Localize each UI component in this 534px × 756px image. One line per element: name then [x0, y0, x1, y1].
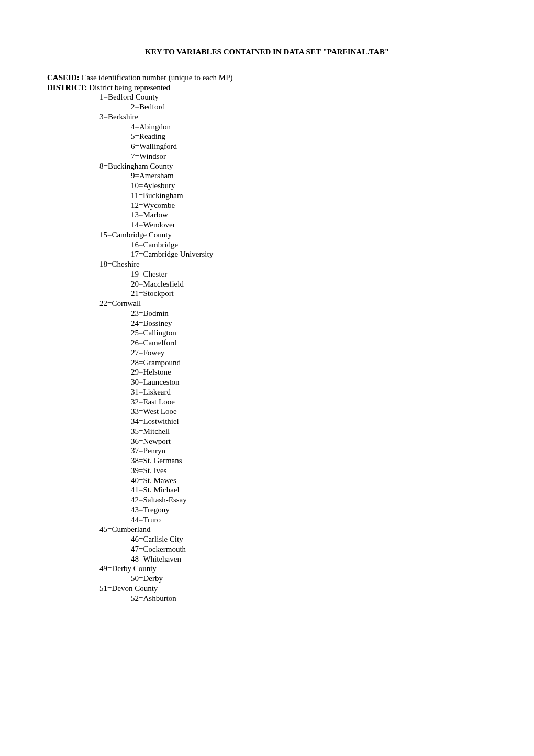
district-item: 52=Ashburton	[47, 594, 487, 604]
district-item: 46=Carlisle City	[47, 534, 487, 544]
district-item: 32=East Looe	[47, 397, 487, 407]
district-item: 13=Marlow	[47, 210, 487, 220]
district-item: 7=Windsor	[47, 151, 487, 161]
district-item: 38=St. Germans	[47, 456, 487, 466]
district-item: 18=Cheshire	[47, 259, 487, 269]
variable-district: DISTRICT: District being represented	[47, 83, 487, 93]
district-item: 21=Stockport	[47, 289, 487, 299]
district-item: 43=Tregony	[47, 505, 487, 515]
district-item: 6=Wallingford	[47, 141, 487, 151]
district-item: 23=Bodmin	[47, 309, 487, 319]
district-item: 44=Truro	[47, 515, 487, 525]
district-item: 12=Wycombe	[47, 201, 487, 211]
district-item: 29=Helstone	[47, 367, 487, 377]
district-item: 39=St. Ives	[47, 466, 487, 476]
district-item: 16=Cambridge	[47, 240, 487, 250]
district-item: 1=Bedford County	[47, 92, 487, 102]
district-item: 30=Launceston	[47, 377, 487, 387]
district-item: 11=Buckingham	[47, 191, 487, 201]
district-item: 2=Bedford	[47, 102, 487, 112]
district-label: DISTRICT:	[47, 83, 87, 92]
district-item: 20=Macclesfield	[47, 279, 487, 289]
district-item: 25=Callington	[47, 328, 487, 338]
district-item: 51=Devon County	[47, 584, 487, 594]
district-item: 5=Reading	[47, 132, 487, 141]
district-item: 24=Bossiney	[47, 319, 487, 328]
district-item: 36=Newport	[47, 436, 487, 446]
district-item: 19=Chester	[47, 269, 487, 279]
district-item: 14=Wendover	[47, 220, 487, 230]
district-item: 49=Derby County	[47, 564, 487, 574]
district-item: 45=Cumberland	[47, 524, 487, 534]
district-item: 3=Berkshire	[47, 112, 487, 122]
district-item: 50=Derby	[47, 574, 487, 584]
district-item: 35=Mitchell	[47, 426, 487, 436]
caseid-label: CASEID:	[47, 73, 80, 82]
district-item: 48=Whitehaven	[47, 554, 487, 564]
district-item: 47=Cockermouth	[47, 544, 487, 554]
page-title: KEY TO VARIABLES CONTAINED IN DATA SET "…	[47, 47, 487, 57]
district-item: 37=Penryn	[47, 446, 487, 456]
district-list: 1=Bedford County2=Bedford3=Berkshire4=Ab…	[47, 92, 487, 603]
district-item: 17=Cambridge University	[47, 249, 487, 259]
variable-caseid: CASEID: Case identification number (uniq…	[47, 73, 487, 83]
district-item: 10=Aylesbury	[47, 181, 487, 191]
district-item: 9=Amersham	[47, 171, 487, 181]
district-item: 33=West Looe	[47, 407, 487, 417]
district-item: 27=Fowey	[47, 348, 487, 358]
district-item: 34=Lostwithiel	[47, 417, 487, 426]
district-item: 26=Camelford	[47, 338, 487, 348]
district-item: 42=Saltash-Essay	[47, 495, 487, 505]
district-item: 28=Grampound	[47, 358, 487, 368]
district-item: 15=Cambridge County	[47, 230, 487, 240]
caseid-desc: Case identification number (unique to ea…	[80, 73, 233, 82]
district-item: 4=Abingdon	[47, 122, 487, 132]
district-item: 41=St. Michael	[47, 485, 487, 495]
district-item: 40=St. Mawes	[47, 476, 487, 486]
district-item: 31=Liskeard	[47, 387, 487, 397]
district-item: 8=Buckingham County	[47, 161, 487, 171]
district-item: 22=Cornwall	[47, 299, 487, 309]
district-desc: District being represented	[87, 83, 170, 92]
